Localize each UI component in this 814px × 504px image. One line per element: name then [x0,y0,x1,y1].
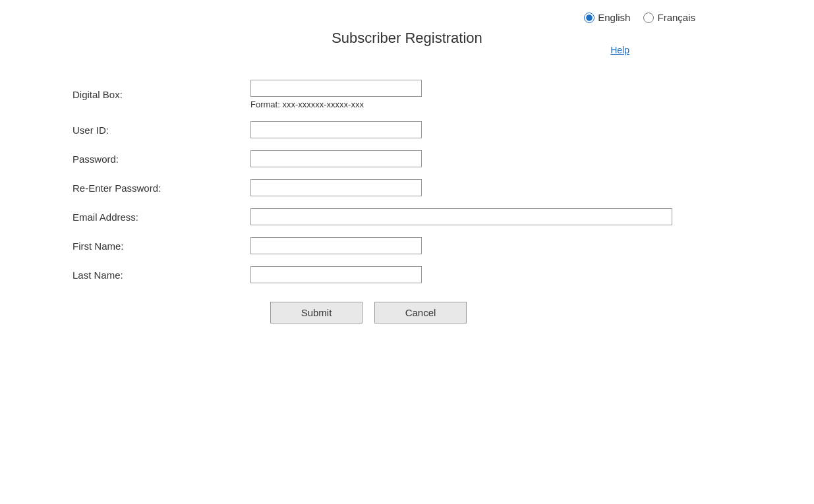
re-enter-password-row: Re-Enter Password: [53,179,801,196]
help-link[interactable]: Help [610,45,629,55]
buttons-row: Submit Cancel [53,302,801,323]
cancel-button[interactable]: Cancel [374,302,467,323]
page-container: English Français Help Subscriber Registr… [0,0,814,504]
submit-button[interactable]: Submit [270,302,363,323]
english-label: English [598,12,630,23]
first-name-row: First Name: [53,237,801,254]
last-name-label: Last Name: [53,269,250,281]
english-option[interactable]: English [584,12,630,23]
digital-box-row: Digital Box: Format: xxx-xxxxxx-xxxxx-xx… [53,80,801,109]
digital-box-field-area: Format: xxx-xxxxxx-xxxxx-xxx [250,80,422,109]
english-radio[interactable] [584,13,595,23]
language-selector: English Français [584,12,695,23]
user-id-row: User ID: [53,121,801,138]
registration-form: Digital Box: Format: xxx-xxxxxx-xxxxx-xx… [13,80,801,323]
password-row: Password: [53,150,801,167]
email-address-field-area [250,208,672,225]
password-field-area [250,150,422,167]
last-name-field-area [250,266,422,283]
last-name-input[interactable] [250,266,422,283]
email-address-row: Email Address: [53,208,801,225]
re-enter-password-field-area [250,179,422,196]
password-input[interactable] [250,150,422,167]
digital-box-input[interactable] [250,80,422,97]
first-name-label: First Name: [53,240,250,252]
french-option[interactable]: Français [643,12,695,23]
first-name-input[interactable] [250,237,422,254]
user-id-input[interactable] [250,121,422,138]
re-enter-password-label: Re-Enter Password: [53,182,250,194]
email-address-label: Email Address: [53,211,250,223]
digital-box-format: Format: xxx-xxxxxx-xxxxx-xxx [250,99,422,109]
user-id-label: User ID: [53,125,250,136]
password-label: Password: [53,154,250,165]
re-enter-password-input[interactable] [250,179,422,196]
email-address-input[interactable] [250,208,672,225]
digital-box-label: Digital Box: [53,89,250,100]
french-label: Français [657,12,695,23]
first-name-field-area [250,237,422,254]
user-id-field-area [250,121,422,138]
last-name-row: Last Name: [53,266,801,283]
french-radio[interactable] [643,13,654,23]
